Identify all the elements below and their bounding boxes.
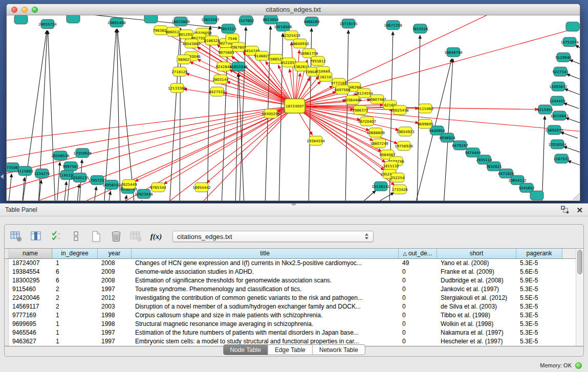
- table-row[interactable]: 977716911998Corpus callosum shape and si…: [5, 311, 583, 320]
- graph-node[interactable]: 16210643: [550, 111, 569, 120]
- column-header-short[interactable]: short: [437, 249, 516, 258]
- tab-network-table[interactable]: Network Table: [313, 345, 365, 355]
- graph-node[interactable]: 18300295: [262, 109, 280, 118]
- graph-node[interactable]: 16671358: [384, 20, 402, 30]
- graph-node[interactable]: 1234275: [34, 169, 50, 178]
- scrollbar-thumb[interactable]: [577, 250, 582, 274]
- graph-node[interactable]: 8466160: [303, 17, 319, 26]
- graph-node[interactable]: 8813054: [263, 15, 279, 24]
- graph-node[interactable]: 17359928: [73, 148, 92, 158]
- graph-node[interactable]: 16720407: [358, 117, 376, 126]
- graph-node[interactable]: 7955812: [310, 56, 325, 65]
- graph-node[interactable]: 1527602: [238, 16, 254, 25]
- graph-node[interactable]: 7632621: [486, 162, 502, 171]
- column-header-pagerank[interactable]: pagerank: [516, 249, 562, 258]
- window-resize-grip[interactable]: [573, 193, 579, 200]
- graph-node[interactable]: 9215953: [537, 105, 553, 114]
- graph-node[interactable]: 16033809: [171, 17, 190, 26]
- hub-node[interactable]: 18724007: [285, 99, 305, 113]
- panel-collapse-arrow-icon[interactable]: [1, 174, 4, 179]
- graph-node[interactable]: [14, 15, 28, 24]
- graph-node[interactable]: 16543882: [182, 39, 201, 48]
- show-columns-button[interactable]: [30, 230, 43, 243]
- graph-node[interactable]: 252254: [391, 173, 405, 182]
- graph-node[interactable]: 19218506: [274, 22, 292, 31]
- minimize-window-button[interactable]: [21, 7, 28, 13]
- graph-node[interactable]: 1115683: [17, 166, 33, 176]
- graph-node[interactable]: 1244419: [549, 96, 565, 105]
- graph-node[interactable]: 15751074: [560, 37, 579, 47]
- graph-node[interactable]: 9115460: [417, 104, 433, 113]
- tab-node-table[interactable]: Node Table: [223, 345, 268, 355]
- citation-network-graph[interactable]: 2405572420891406160338091065328715276027…: [7, 15, 580, 201]
- graph-node[interactable]: 16648794: [444, 48, 463, 57]
- graph-node[interactable]: 7815526: [412, 24, 428, 33]
- graph-node[interactable]: 2718126: [171, 67, 188, 76]
- graph-node[interactable]: 9875685: [218, 48, 234, 57]
- graph-node[interactable]: 18807249: [370, 139, 388, 148]
- network-canvas[interactable]: 2405572420891406160338091065328715276027…: [7, 15, 580, 201]
- table-row[interactable]: 1830029562008Estimation of significance …: [5, 276, 583, 285]
- graph-node[interactable]: 16954442: [192, 183, 211, 192]
- float-panel-icon[interactable]: [561, 206, 569, 214]
- graph-node[interactable]: 16210: [319, 72, 332, 81]
- graph-node[interactable]: 8186328: [204, 36, 220, 45]
- import-table-button[interactable]: [129, 230, 143, 243]
- graph-node[interactable]: 24055724: [38, 19, 57, 29]
- column-header-name[interactable]: name: [9, 249, 52, 258]
- graph-node[interactable]: 2803144: [212, 75, 229, 84]
- graph-node[interactable]: 10719155: [339, 19, 358, 28]
- graph-node[interactable]: 9227343: [552, 67, 568, 76]
- vertical-scrollbar[interactable]: [576, 249, 583, 346]
- graph-node[interactable]: 1815132: [383, 161, 399, 170]
- graph-node[interactable]: 12923448: [135, 189, 153, 199]
- graph-node[interactable]: 7986372: [352, 105, 368, 115]
- graph-node[interactable]: 20891406: [107, 18, 126, 27]
- select-all-button[interactable]: [50, 230, 63, 243]
- graph-node[interactable]: 7625449: [121, 180, 137, 189]
- graph-node[interactable]: [144, 15, 158, 23]
- delete-table-button[interactable]: [110, 230, 123, 243]
- table-selector-dropdown[interactable]: citations_edges.txt: [172, 231, 374, 242]
- graph-node[interactable]: 19756928: [395, 141, 413, 150]
- graph-node[interactable]: [566, 22, 579, 31]
- graph-node[interactable]: 17016504: [548, 140, 567, 149]
- graph-node[interactable]: 8765344: [150, 183, 166, 192]
- graph-node[interactable]: 9242848: [215, 62, 231, 71]
- table-row[interactable]: 969969511998Structural magnetic resonanc…: [5, 320, 583, 329]
- graph-node[interactable]: 19384554: [307, 136, 325, 145]
- column-header-title[interactable]: title: [132, 249, 399, 258]
- graph-node[interactable]: 10688809: [366, 128, 385, 137]
- graph-node[interactable]: 6479197: [452, 141, 468, 150]
- tab-edge-table[interactable]: Edge Table: [268, 345, 313, 355]
- graph-node[interactable]: 9997587: [62, 162, 78, 171]
- graph-node[interactable]: 20364486: [343, 95, 362, 104]
- column-header-in-degree[interactable]: in_degree: [52, 249, 98, 258]
- graph-node[interactable]: 6497568: [334, 85, 350, 94]
- table-row[interactable]: 946554611997Estimation of the future num…: [5, 329, 583, 337]
- graph-node[interactable]: 12505135: [71, 173, 89, 182]
- function-builder-button[interactable]: f(x): [149, 230, 163, 243]
- graph-node[interactable]: 12093872: [549, 82, 568, 91]
- zoom-window-button[interactable]: [32, 7, 38, 13]
- graph-node[interactable]: 1167533: [553, 154, 569, 163]
- graph-node[interactable]: 9129946: [555, 53, 572, 62]
- graph-node[interactable]: 19654923: [396, 127, 415, 136]
- table-settings-button[interactable]: [10, 230, 23, 243]
- graph-node[interactable]: 15692071: [545, 125, 563, 135]
- graph-node[interactable]: 10025438: [390, 105, 409, 115]
- graph-node[interactable]: 16958107: [102, 180, 121, 189]
- graph-node[interactable]: 7546: [226, 34, 239, 43]
- graph-node[interactable]: 8938924: [439, 133, 455, 142]
- graph-node[interactable]: 7857223: [220, 24, 236, 33]
- table-row[interactable]: 2242004622012Investigating the contribut…: [5, 294, 583, 302]
- row-height-button[interactable]: [70, 230, 83, 243]
- close-panel-icon[interactable]: ✕: [576, 206, 583, 214]
- graph-node[interactable]: 21053346: [229, 62, 248, 71]
- table-row[interactable]: 1938455462009Genome-wide association stu…: [5, 268, 583, 276]
- new-column-button[interactable]: [90, 230, 103, 243]
- graph-node[interactable]: 1733426: [391, 185, 408, 194]
- split-pane-grabber[interactable]: [292, 203, 296, 205]
- graph-node[interactable]: [530, 191, 543, 200]
- column-header-out-de[interactable]: △out_de...: [399, 249, 437, 258]
